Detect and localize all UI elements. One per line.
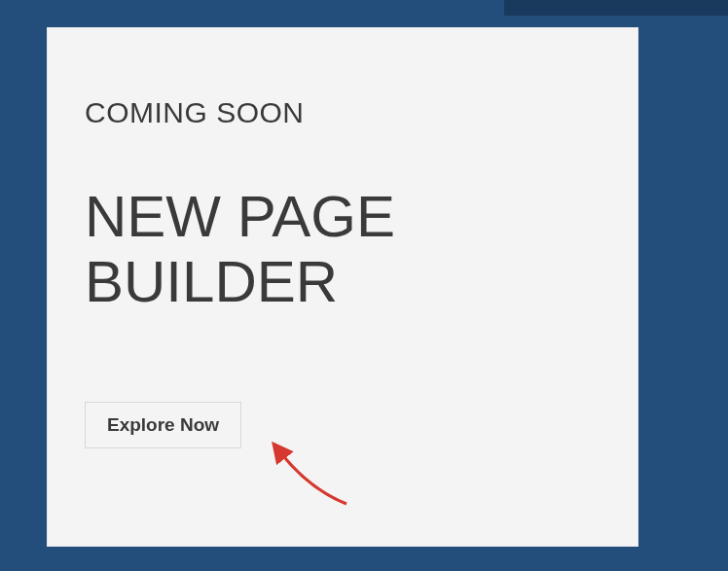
promo-card: COMING SOON NEW PAGE BUILDER Explore Now: [47, 27, 638, 547]
explore-now-button[interactable]: Explore Now: [85, 402, 241, 448]
top-right-bar: [504, 0, 728, 16]
subheading: COMING SOON: [85, 96, 601, 129]
heading: NEW PAGE BUILDER: [85, 184, 601, 314]
